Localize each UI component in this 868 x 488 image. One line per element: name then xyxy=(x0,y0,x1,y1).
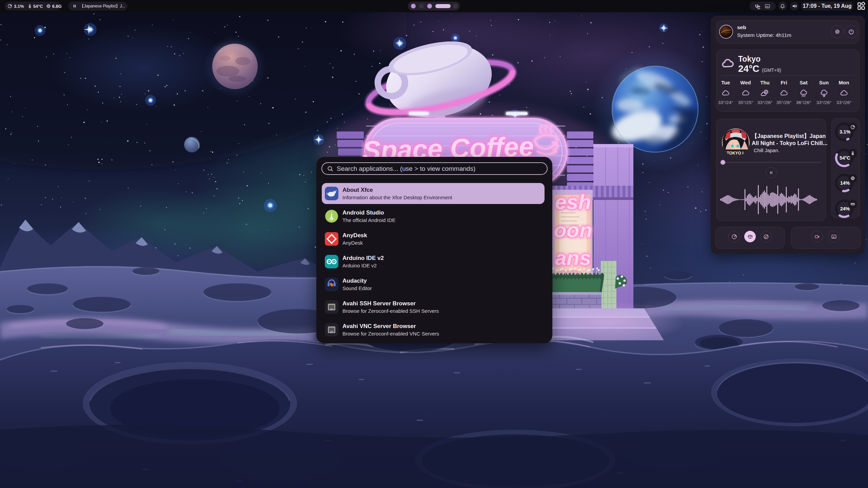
svg-text:14%: 14% xyxy=(840,180,850,186)
svg-text:esh: esh xyxy=(555,190,591,214)
svg-text:3.1%: 3.1% xyxy=(840,129,850,135)
svg-text:ans: ans xyxy=(555,246,591,269)
svg-text:24%: 24% xyxy=(840,206,850,211)
svg-text:54°C: 54°C xyxy=(840,155,850,161)
svg-text:oon: oon xyxy=(554,218,592,242)
